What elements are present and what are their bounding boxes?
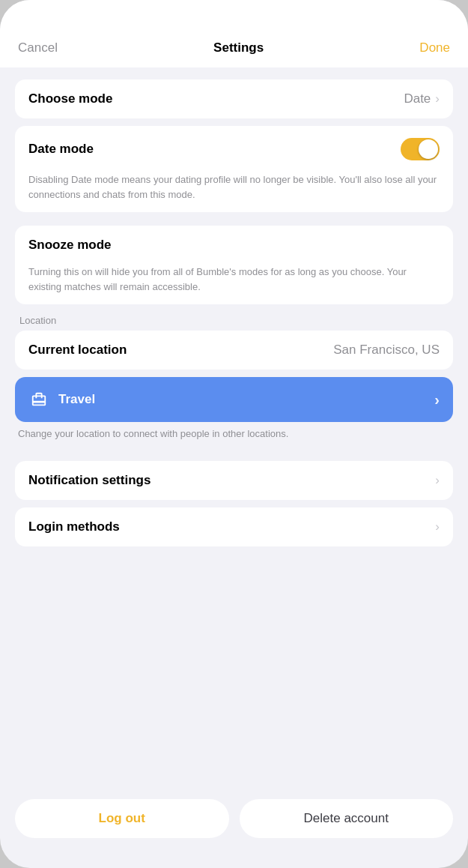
travel-icon	[28, 389, 49, 410]
spacer-1	[15, 215, 453, 226]
choose-mode-card[interactable]: Choose mode Date ›	[15, 79, 453, 118]
login-methods-label: Login methods	[28, 519, 120, 534]
date-mode-row: Date mode	[15, 126, 453, 172]
phone-frame: Cancel Settings Done Choose mode Date › …	[0, 0, 468, 868]
travel-label: Travel	[58, 392, 425, 407]
date-mode-card: Date mode Disabling Date mode means your…	[15, 126, 453, 212]
toggle-track	[401, 138, 440, 160]
snooze-mode-row[interactable]: Snooze mode	[15, 226, 453, 265]
current-location-row[interactable]: Current location San Francisco, US	[15, 331, 453, 370]
login-methods-card[interactable]: Login methods ›	[15, 507, 453, 546]
current-location-label: Current location	[28, 343, 127, 358]
notification-settings-row[interactable]: Notification settings ›	[15, 461, 453, 500]
choose-mode-row[interactable]: Choose mode Date ›	[15, 79, 453, 118]
toggle-thumb	[419, 139, 438, 159]
notification-settings-chevron-icon: ›	[435, 473, 440, 488]
date-mode-label: Date mode	[28, 142, 94, 157]
travel-button[interactable]: Travel ›	[15, 377, 453, 422]
choose-mode-chevron-icon: ›	[435, 91, 440, 106]
travel-description: Change your location to connect with peo…	[15, 427, 453, 450]
delete-account-button[interactable]: Delete account	[240, 799, 454, 838]
date-mode-description: Disabling Date mode means your dating pr…	[15, 172, 453, 212]
choose-mode-value: Date ›	[404, 91, 440, 106]
current-location-card[interactable]: Current location San Francisco, US	[15, 331, 453, 370]
login-methods-row[interactable]: Login methods ›	[15, 507, 453, 546]
cancel-button[interactable]: Cancel	[18, 40, 58, 55]
choose-mode-label: Choose mode	[28, 91, 112, 106]
snooze-mode-label: Snooze mode	[28, 238, 112, 253]
bottom-actions: Log out Delete account	[15, 792, 453, 856]
notification-settings-card[interactable]: Notification settings ›	[15, 461, 453, 500]
snooze-mode-card[interactable]: Snooze mode Turning this on will hide yo…	[15, 226, 453, 304]
snooze-mode-description: Turning this on will hide you from all o…	[15, 265, 453, 304]
settings-content: Choose mode Date › Date mode Disabling D…	[0, 67, 468, 868]
spacer-2	[15, 450, 453, 461]
current-location-value: San Francisco, US	[333, 343, 440, 358]
done-button[interactable]: Done	[419, 40, 450, 55]
login-methods-chevron-icon: ›	[435, 519, 440, 534]
notification-settings-label: Notification settings	[28, 473, 151, 488]
travel-chevron-icon: ›	[434, 391, 440, 409]
location-section-label: Location	[15, 307, 453, 331]
page-title: Settings	[213, 40, 264, 55]
header: Cancel Settings Done	[0, 0, 468, 67]
logout-button[interactable]: Log out	[15, 799, 229, 838]
date-mode-toggle[interactable]	[401, 138, 440, 160]
